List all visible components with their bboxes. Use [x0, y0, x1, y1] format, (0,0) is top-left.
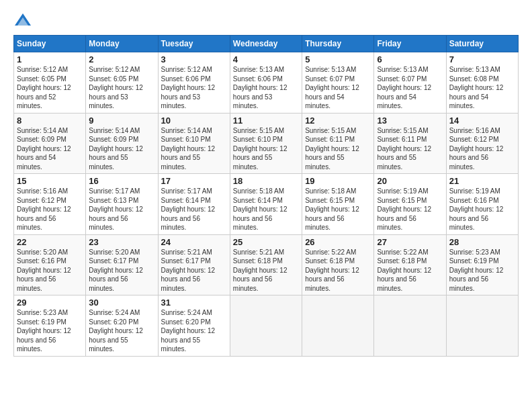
calendar-table: SundayMondayTuesdayWednesdayThursdayFrid… [13, 35, 519, 357]
day-info: Sunrise: 5:13 AMSunset: 6:08 PMDaylight … [449, 65, 515, 111]
calendar-header-tuesday: Tuesday [158, 36, 230, 52]
day-info: Sunrise: 5:19 AMSunset: 6:16 PMDaylight … [449, 187, 515, 232]
day-number: 7 [449, 54, 515, 64]
day-number: 26 [305, 237, 371, 247]
header [13, 12, 519, 31]
day-info: Sunrise: 5:18 AMSunset: 6:15 PMDaylight … [305, 187, 371, 232]
page: SundayMondayTuesdayWednesdayThursdayFrid… [0, 0, 532, 411]
calendar-cell: 23Sunrise: 5:20 AMSunset: 6:17 PMDayligh… [86, 234, 158, 295]
calendar-cell: 10Sunrise: 5:14 AMSunset: 6:10 PMDayligh… [158, 113, 230, 174]
calendar-cell: 26Sunrise: 5:22 AMSunset: 6:18 PMDayligh… [302, 234, 374, 295]
calendar-row-3: 15Sunrise: 5:16 AMSunset: 6:12 PMDayligh… [14, 174, 519, 235]
day-number: 31 [161, 298, 227, 308]
calendar-cell [374, 295, 446, 357]
calendar-cell: 3Sunrise: 5:12 AMSunset: 6:06 PMDaylight… [158, 52, 230, 113]
calendar-row-2: 8Sunrise: 5:14 AMSunset: 6:09 PMDaylight… [14, 113, 519, 174]
day-info: Sunrise: 5:15 AMSunset: 6:10 PMDaylight … [233, 126, 299, 172]
calendar-cell: 24Sunrise: 5:21 AMSunset: 6:17 PMDayligh… [158, 234, 230, 295]
day-info: Sunrise: 5:21 AMSunset: 6:17 PMDaylight … [161, 248, 227, 293]
day-number: 12 [305, 116, 371, 126]
day-info: Sunrise: 5:15 AMSunset: 6:11 PMDaylight … [305, 126, 371, 172]
day-number: 3 [161, 54, 227, 64]
day-info: Sunrise: 5:13 AMSunset: 6:07 PMDaylight … [377, 65, 443, 111]
day-number: 13 [377, 116, 443, 126]
calendar-cell: 18Sunrise: 5:18 AMSunset: 6:14 PMDayligh… [230, 174, 302, 235]
calendar-cell: 29Sunrise: 5:23 AMSunset: 6:19 PMDayligh… [14, 295, 86, 357]
calendar-cell: 17Sunrise: 5:17 AMSunset: 6:14 PMDayligh… [158, 174, 230, 235]
calendar-cell: 30Sunrise: 5:24 AMSunset: 6:20 PMDayligh… [86, 295, 158, 357]
day-number: 8 [17, 116, 83, 126]
day-info: Sunrise: 5:13 AMSunset: 6:06 PMDaylight … [233, 65, 299, 111]
day-number: 27 [377, 237, 443, 247]
calendar-cell: 11Sunrise: 5:15 AMSunset: 6:10 PMDayligh… [230, 113, 302, 174]
day-number: 1 [17, 54, 83, 64]
calendar-cell: 27Sunrise: 5:22 AMSunset: 6:18 PMDayligh… [374, 234, 446, 295]
day-info: Sunrise: 5:22 AMSunset: 6:18 PMDaylight … [377, 248, 443, 293]
day-number: 9 [89, 116, 154, 126]
day-number: 5 [305, 54, 371, 64]
day-info: Sunrise: 5:13 AMSunset: 6:07 PMDaylight … [305, 65, 371, 111]
calendar-cell: 2Sunrise: 5:12 AMSunset: 6:05 PMDaylight… [86, 52, 158, 113]
calendar-cell [446, 295, 518, 357]
calendar-cell: 13Sunrise: 5:15 AMSunset: 6:11 PMDayligh… [374, 113, 446, 174]
day-info: Sunrise: 5:15 AMSunset: 6:11 PMDaylight … [377, 126, 443, 172]
calendar-row-5: 29Sunrise: 5:23 AMSunset: 6:19 PMDayligh… [14, 295, 519, 357]
calendar-header-friday: Friday [374, 36, 446, 52]
calendar-cell [302, 295, 374, 357]
calendar-cell: 31Sunrise: 5:24 AMSunset: 6:20 PMDayligh… [158, 295, 230, 357]
calendar-cell: 20Sunrise: 5:19 AMSunset: 6:15 PMDayligh… [374, 174, 446, 235]
day-number: 29 [17, 298, 83, 308]
calendar-cell: 15Sunrise: 5:16 AMSunset: 6:12 PMDayligh… [14, 174, 86, 235]
calendar-cell: 7Sunrise: 5:13 AMSunset: 6:08 PMDaylight… [446, 52, 518, 113]
calendar-cell: 6Sunrise: 5:13 AMSunset: 6:07 PMDaylight… [374, 52, 446, 113]
day-info: Sunrise: 5:12 AMSunset: 6:05 PMDaylight … [17, 65, 83, 111]
calendar-cell: 9Sunrise: 5:14 AMSunset: 6:09 PMDaylight… [86, 113, 158, 174]
calendar-cell: 25Sunrise: 5:21 AMSunset: 6:18 PMDayligh… [230, 234, 302, 295]
day-info: Sunrise: 5:18 AMSunset: 6:14 PMDaylight … [233, 187, 299, 232]
day-info: Sunrise: 5:14 AMSunset: 6:09 PMDaylight … [89, 126, 154, 172]
calendar-cell: 16Sunrise: 5:17 AMSunset: 6:13 PMDayligh… [86, 174, 158, 235]
calendar-header-saturday: Saturday [446, 36, 518, 52]
calendar-row-1: 1Sunrise: 5:12 AMSunset: 6:05 PMDaylight… [14, 52, 519, 113]
day-number: 28 [449, 237, 515, 247]
day-info: Sunrise: 5:16 AMSunset: 6:12 PMDaylight … [449, 126, 515, 172]
calendar-cell: 22Sunrise: 5:20 AMSunset: 6:16 PMDayligh… [14, 234, 86, 295]
calendar-cell: 19Sunrise: 5:18 AMSunset: 6:15 PMDayligh… [302, 174, 374, 235]
day-number: 6 [377, 54, 443, 64]
day-number: 20 [377, 176, 443, 186]
calendar-cell: 28Sunrise: 5:23 AMSunset: 6:19 PMDayligh… [446, 234, 518, 295]
day-info: Sunrise: 5:20 AMSunset: 6:16 PMDaylight … [17, 248, 83, 293]
day-info: Sunrise: 5:17 AMSunset: 6:14 PMDaylight … [161, 187, 227, 232]
day-number: 19 [305, 176, 371, 186]
calendar-header-sunday: Sunday [14, 36, 86, 52]
day-info: Sunrise: 5:12 AMSunset: 6:05 PMDaylight … [89, 65, 154, 111]
day-info: Sunrise: 5:17 AMSunset: 6:13 PMDaylight … [89, 187, 154, 232]
calendar-cell: 12Sunrise: 5:15 AMSunset: 6:11 PMDayligh… [302, 113, 374, 174]
calendar-cell: 8Sunrise: 5:14 AMSunset: 6:09 PMDaylight… [14, 113, 86, 174]
day-info: Sunrise: 5:23 AMSunset: 6:19 PMDaylight … [449, 248, 515, 293]
day-number: 24 [161, 237, 227, 247]
day-info: Sunrise: 5:16 AMSunset: 6:12 PMDaylight … [17, 187, 83, 232]
calendar-cell: 1Sunrise: 5:12 AMSunset: 6:05 PMDaylight… [14, 52, 86, 113]
calendar-cell: 4Sunrise: 5:13 AMSunset: 6:06 PMDaylight… [230, 52, 302, 113]
day-info: Sunrise: 5:19 AMSunset: 6:15 PMDaylight … [377, 187, 443, 232]
day-number: 10 [161, 116, 227, 126]
day-number: 30 [89, 298, 154, 308]
day-number: 16 [89, 176, 154, 186]
day-number: 17 [161, 176, 227, 186]
day-info: Sunrise: 5:21 AMSunset: 6:18 PMDaylight … [233, 248, 299, 293]
calendar-header-row: SundayMondayTuesdayWednesdayThursdayFrid… [14, 36, 519, 52]
day-number: 23 [89, 237, 154, 247]
day-number: 14 [449, 116, 515, 126]
day-info: Sunrise: 5:24 AMSunset: 6:20 PMDaylight … [89, 308, 154, 354]
day-number: 18 [233, 176, 299, 186]
calendar-cell [230, 295, 302, 357]
day-number: 2 [89, 54, 154, 64]
day-number: 4 [233, 54, 299, 64]
day-number: 22 [17, 237, 83, 247]
logo-icon [13, 12, 32, 31]
calendar-header-thursday: Thursday [302, 36, 374, 52]
day-info: Sunrise: 5:14 AMSunset: 6:09 PMDaylight … [17, 126, 83, 172]
calendar-cell: 5Sunrise: 5:13 AMSunset: 6:07 PMDaylight… [302, 52, 374, 113]
day-number: 21 [449, 176, 515, 186]
